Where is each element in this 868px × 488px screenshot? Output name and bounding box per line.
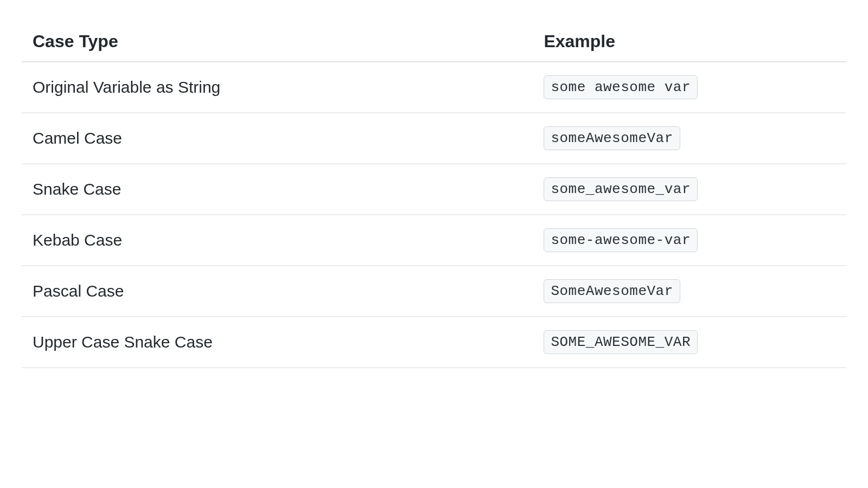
example-cell: someAwesomeVar <box>533 113 846 164</box>
example-cell: SomeAwesomeVar <box>533 266 846 317</box>
case-type-label: Camel Case <box>22 113 533 164</box>
table-header-row: Case Type Example <box>22 22 846 62</box>
header-case-type: Case Type <box>22 22 533 62</box>
table-row: Kebab Case some-awesome-var <box>22 215 846 266</box>
case-type-table: Case Type Example Original Variable as S… <box>22 22 846 368</box>
example-cell: some awesome var <box>533 62 846 113</box>
table-row: Original Variable as String some awesome… <box>22 62 846 113</box>
table-row: Upper Case Snake Case SOME_AWESOME_VAR <box>22 317 846 368</box>
example-code: SomeAwesomeVar <box>544 279 680 303</box>
example-code: someAwesomeVar <box>544 126 680 150</box>
table-row: Snake Case some_awesome_var <box>22 164 846 215</box>
example-cell: some_awesome_var <box>533 164 846 215</box>
example-code: some_awesome_var <box>544 177 698 201</box>
case-type-label: Snake Case <box>22 164 533 215</box>
case-type-label: Original Variable as String <box>22 62 533 113</box>
table-row: Camel Case someAwesomeVar <box>22 113 846 164</box>
case-type-label: Kebab Case <box>22 215 533 266</box>
table-row: Pascal Case SomeAwesomeVar <box>22 266 846 317</box>
case-type-label: Pascal Case <box>22 266 533 317</box>
example-cell: SOME_AWESOME_VAR <box>533 317 846 368</box>
header-example: Example <box>533 22 846 62</box>
example-code: SOME_AWESOME_VAR <box>544 330 698 354</box>
example-cell: some-awesome-var <box>533 215 846 266</box>
case-type-label: Upper Case Snake Case <box>22 317 533 368</box>
example-code: some awesome var <box>544 75 698 99</box>
example-code: some-awesome-var <box>544 228 698 252</box>
